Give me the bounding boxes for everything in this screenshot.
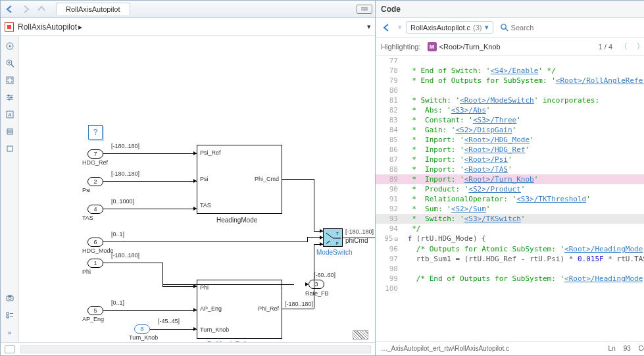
- code-line[interactable]: 78 * End of Switch: '<S4>/Enable' */: [376, 66, 644, 76]
- file-selector[interactable]: RollAxisAutopilot.c (3) ▾: [406, 21, 493, 34]
- block-name: ModeSwitch: [316, 249, 352, 256]
- footer-path: …_AxisAutopilot_ert_rtw\RollAxisAutopilo…: [381, 345, 601, 352]
- code-line[interactable]: 88 * Inport: '<Root>/TAS': [376, 165, 644, 174]
- svg-line-3: [11, 64, 14, 67]
- inport-phi[interactable]: 1: [87, 259, 103, 268]
- code-line[interactable]: 99 /* End of Outputs for SubSystem: '<Ro…: [376, 274, 644, 284]
- roll-angle-ref-block[interactable]: Phi AP_Eng Turn_Knob Phi_Ref: [197, 280, 282, 339]
- port-label: TAS: [200, 202, 211, 209]
- port-name: HDG_Ref: [82, 159, 108, 166]
- file-name: RollAxisAutopilot.c: [410, 24, 470, 32]
- model-info-block[interactable]: ?: [88, 125, 103, 140]
- fit-view-icon[interactable]: [4, 74, 16, 86]
- list-icon[interactable]: [4, 309, 16, 321]
- code-back-button[interactable]: [380, 20, 394, 35]
- code-line[interactable]: 93 * Switch: '<S3>/TKSwitch': [376, 214, 644, 224]
- highlight-chip[interactable]: M <Root>/Turn_Knob: [428, 42, 501, 51]
- inport-hdg_mode[interactable]: 6: [87, 238, 103, 247]
- nav-toolbar: RollAxisAutopilot ⌨: [1, 1, 375, 18]
- target-icon[interactable]: [4, 40, 16, 52]
- code-line[interactable]: 100: [376, 284, 644, 293]
- svg-point-10: [7, 95, 9, 97]
- range-label: [-180..180]: [285, 301, 313, 307]
- nav-up-button[interactable]: [35, 3, 48, 16]
- code-line[interactable]: 89 * Inport: '<Root>/Turn_Knob': [376, 174, 644, 184]
- code-line[interactable]: 77: [376, 56, 644, 66]
- highlight-prev-icon[interactable]: 〈: [619, 41, 629, 51]
- zoom-in-icon[interactable]: [4, 57, 16, 69]
- svg-text:F: F: [336, 242, 339, 245]
- code-line[interactable]: 94 */: [376, 224, 644, 234]
- inport-ap_eng[interactable]: 5: [87, 306, 103, 315]
- svg-line-26: [326, 233, 333, 238]
- inport-hdg_ref[interactable]: 7: [87, 149, 103, 159]
- port-name: Psi: [82, 187, 91, 193]
- svg-point-20: [9, 297, 11, 300]
- square-icon[interactable]: [4, 143, 16, 155]
- search-input[interactable]: [511, 24, 644, 32]
- range-label: [0..1]: [111, 299, 124, 306]
- highlight-next-icon[interactable]: 〉: [635, 41, 644, 51]
- expand-icon[interactable]: »: [4, 326, 16, 338]
- breadcrumb[interactable]: RollAxisAutopilot▸: [18, 22, 82, 32]
- code-editor[interactable]: 77 78 * End of Switch: '<S4>/Enable' */7…: [376, 56, 644, 341]
- annotation-icon[interactable]: A: [4, 109, 16, 120]
- code-search[interactable]: [497, 22, 644, 33]
- diagram-canvas[interactable]: ? Psi_Ref Psi TAS Phi_Cmd HeadingMode Ph…: [19, 36, 375, 342]
- model-tab[interactable]: RollAxisAutopilot: [56, 3, 130, 15]
- code-line[interactable]: 87 * Inport: '<Root>/Psi': [376, 155, 644, 165]
- code-line[interactable]: 82 * Abs: '<S3>/Abs': [376, 105, 644, 115]
- port-name: Phi: [82, 268, 91, 275]
- chevron-down-icon: ▾: [485, 23, 489, 32]
- left-tool-strip: A »: [1, 36, 19, 342]
- ln-value: 93: [624, 345, 631, 352]
- code-line[interactable]: 80: [376, 86, 644, 95]
- code-line[interactable]: 81 * Switch: '<Root>/ModeSwitch' incorpo…: [376, 95, 644, 105]
- keyboard-icon[interactable]: ⌨: [357, 5, 372, 14]
- port-label: Psi_Ref: [200, 149, 221, 156]
- port-name: Rate_FB: [305, 290, 329, 297]
- code-forward-caret-icon[interactable]: ▾: [398, 23, 402, 32]
- svg-text:T: T: [336, 232, 339, 236]
- sliders-icon[interactable]: [4, 91, 16, 103]
- inport-psi[interactable]: 2: [87, 177, 103, 186]
- camera-icon[interactable]: [4, 292, 16, 304]
- status-db-icon[interactable]: [5, 345, 15, 353]
- svg-rect-22: [7, 313, 9, 315]
- code-line[interactable]: 98: [376, 264, 644, 274]
- code-line[interactable]: 79 * End of Outputs for SubSystem: '<Roo…: [376, 76, 644, 86]
- code-line[interactable]: 90 * Product: '<S2>/Product': [376, 184, 644, 194]
- inport-turn_knob[interactable]: 8: [134, 324, 150, 334]
- code-line[interactable]: 97 rtb_Sum1 = (rtU.HDG_Ref - rtU.Psi) * …: [376, 254, 644, 264]
- svg-point-11: [10, 97, 12, 99]
- outport-rate-fb[interactable]: 3: [309, 280, 324, 289]
- port-label: Phi_Cmd: [255, 176, 279, 182]
- code-line[interactable]: 83 * Constant: '<S3>/Three': [376, 115, 644, 125]
- code-line[interactable]: 84 * Gain: '<S2>/DispGain': [376, 125, 644, 135]
- code-pane-header: Code ⊖ ▾: [376, 1, 644, 18]
- nav-back-button[interactable]: [3, 3, 16, 16]
- heading-mode-block[interactable]: Psi_Ref Psi TAS Phi_Cmd: [197, 145, 282, 214]
- code-line[interactable]: 96 /* Outputs for Atomic SubSystem: '<Ro…: [376, 244, 644, 254]
- overview-toggle-icon[interactable]: [353, 330, 368, 340]
- code-toolbar: ▾ RollAxisAutopilot.c (3) ▾ ☰: [376, 18, 644, 38]
- range-label: [-60..60]: [314, 272, 335, 278]
- h-scrollbar[interactable]: [20, 345, 371, 353]
- breadcrumb-dropdown-icon[interactable]: ▾: [367, 22, 371, 31]
- inport-tas[interactable]: 4: [87, 205, 103, 214]
- simulink-model-icon[interactable]: [5, 22, 14, 32]
- code-line[interactable]: 91 * RelationalOperator: '<S3>/TKThresho…: [376, 194, 644, 204]
- range-label: [0..1]: [111, 231, 124, 238]
- svg-rect-18: [7, 146, 12, 151]
- code-line[interactable]: 95⊟ f (rtU.HDG_Mode) {: [376, 234, 644, 244]
- code-line[interactable]: 86 * Inport: '<Root>/HDG_Ref': [376, 145, 644, 155]
- highlight-path: <Root>/Turn_Knob: [439, 43, 501, 51]
- code-line[interactable]: 85 * Inport: '<Root>/HDG_Mode': [376, 135, 644, 145]
- nav-forward-button[interactable]: [19, 3, 32, 16]
- code-line[interactable]: 92 * Sum: '<S2>/Sum': [376, 204, 644, 214]
- layers-icon[interactable]: [4, 126, 16, 138]
- mode-switch-block[interactable]: TF: [323, 228, 343, 247]
- highlight-bar: Highlighting: M <Root>/Turn_Knob 1 / 4 〈…: [376, 38, 644, 56]
- range-label: [-180..180]: [111, 143, 139, 149]
- svg-text:A: A: [8, 112, 12, 118]
